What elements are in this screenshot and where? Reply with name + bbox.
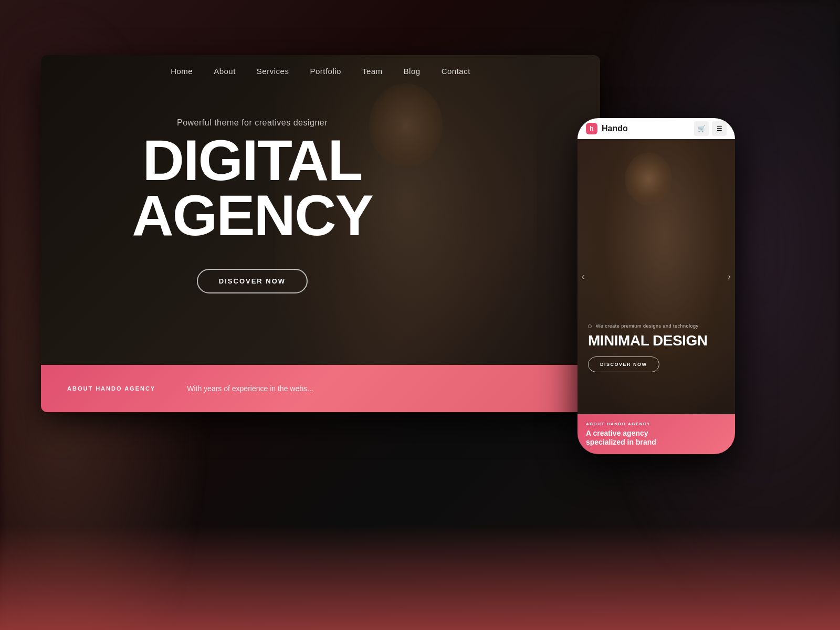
browser-window: Home About Services Portfolio Team Blog … (41, 55, 600, 412)
phone-hero-overlay (578, 139, 735, 414)
browser-hero: Home About Services Portfolio Team Blog … (41, 55, 600, 412)
hero-subtitle: Powerful theme for creatives designer (177, 118, 328, 128)
nav-item-portfolio[interactable]: Portfolio (310, 67, 341, 76)
bg-bottom-gradient (0, 525, 840, 630)
phone-hero-content: We create premium designs and technology… (578, 323, 735, 372)
bottom-bar-text: With years of experience in the webs... (187, 384, 313, 393)
hero-content: Powerful theme for creatives designer DI… (41, 118, 464, 293)
browser-nav: Home About Services Portfolio Team Blog … (41, 55, 600, 87)
phone-hero-area: ‹ › We create premium designs and techno… (578, 139, 735, 414)
phone-menu-icon[interactable]: ☰ (712, 121, 727, 136)
nav-item-blog[interactable]: Blog (404, 67, 421, 76)
phone-cta-button[interactable]: DISCOVER NOW (588, 356, 659, 372)
phone-menu-icons: 🛒 ☰ (694, 121, 727, 136)
phone-dot-icon (588, 324, 592, 328)
phone-mockup: h Hando 🛒 ☰ ‹ › We create premium design… (578, 118, 735, 454)
phone-bottom-label: ABOUT HANDO AGENCY (586, 422, 727, 426)
nav-item-services[interactable]: Services (257, 67, 289, 76)
hero-cta-button[interactable]: DISCOVER NOW (197, 269, 308, 293)
phone-logo-name: Hando (602, 124, 628, 133)
bottom-bar-label: ABOUT HANDO AGENCY (67, 385, 155, 392)
hero-title: DIGITAL AGENCY (132, 133, 373, 243)
phone-hero-title: MINIMAL DESIGN (588, 333, 724, 348)
phone-next-arrow[interactable]: › (728, 272, 731, 281)
nav-item-team[interactable]: Team (362, 67, 383, 76)
phone-bottom-tagline: A creative agency specialized in brand (586, 429, 727, 447)
phone-logo-icon: h (586, 123, 597, 134)
nav-item-about[interactable]: About (214, 67, 236, 76)
nav-item-home[interactable]: Home (171, 67, 193, 76)
phone-status-bar: h Hando 🛒 ☰ (578, 118, 735, 139)
phone-bottom-bar: ABOUT HANDO AGENCY A creative agency spe… (578, 414, 735, 454)
phone-prev-arrow[interactable]: ‹ (582, 272, 584, 281)
browser-bottom-bar: ABOUT HANDO AGENCY With years of experie… (41, 365, 600, 412)
phone-cart-icon[interactable]: 🛒 (694, 121, 709, 136)
phone-hero-subtitle: We create premium designs and technology (588, 323, 724, 329)
nav-item-contact[interactable]: Contact (442, 67, 470, 76)
phone-logo: h Hando (586, 123, 628, 134)
